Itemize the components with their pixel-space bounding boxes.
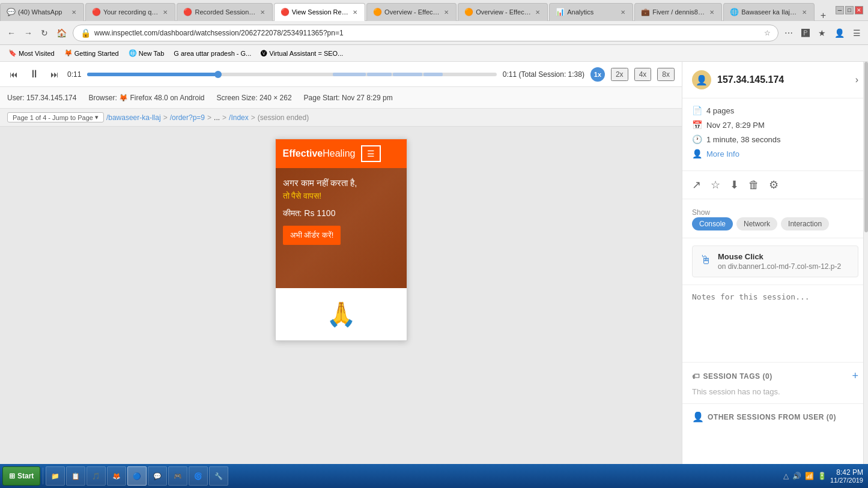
maximize-button[interactable]: □ — [845, 6, 854, 14]
calendar-icon: 📅 — [692, 120, 702, 130]
minimize-button[interactable]: ─ — [836, 6, 844, 14]
tab-analytics[interactable]: 📊 Analytics ✕ — [549, 3, 633, 21]
controls-bar: ⏮ ⏸ ⏭ 0:11 0:11 (Total Session: 1:38) 1x — [0, 62, 682, 87]
add-tag-button[interactable]: + — [852, 370, 858, 382]
breadcrumb-page-label: Page 1 of 4 - Jump to Page — [13, 114, 93, 121]
taskbar-app-3[interactable]: 🔧 — [209, 466, 228, 486]
forward-button[interactable]: → — [22, 26, 35, 40]
bookmark-icon-5: 🅥 — [261, 50, 267, 57]
bookmark-new-tab[interactable]: 🌐 New Tab — [125, 48, 168, 58]
menu-dots-button[interactable]: ⋯ — [782, 26, 795, 40]
tab-whatsapp[interactable]: 💬 (40) WhatsApp ✕ — [0, 3, 84, 21]
skip-back-button[interactable]: ⏮ — [7, 68, 20, 80]
tab-close-fiverr[interactable]: ✕ — [708, 8, 715, 17]
other-sessions-header[interactable]: 👤 OTHER SESSIONS FROM USER (0) — [692, 411, 858, 423]
breadcrumb-link-bawaseer[interactable]: /bawaseer-ka-llaj — [106, 113, 161, 122]
meta-pages: 📄 4 pages — [692, 106, 858, 115]
hero-text-line2: तो पैसे वापस! — [283, 191, 399, 201]
share-button[interactable]: ↗ — [692, 178, 701, 191]
home-button[interactable]: 🏠 — [54, 26, 69, 40]
speed-4x[interactable]: 4x — [634, 68, 652, 81]
tab-close-recorded-sessions[interactable]: ✕ — [259, 8, 266, 17]
tab-recorded-sessions[interactable]: 🔴 Recorded Sessions... ✕ — [177, 3, 272, 21]
taskbar-app-2[interactable]: 🌀 — [189, 466, 208, 486]
delete-button[interactable]: 🗑 — [748, 179, 759, 191]
pause-button[interactable]: ⏸ — [26, 67, 42, 82]
tab-close-overview-2[interactable]: ✕ — [534, 8, 541, 17]
taskbar-chrome[interactable]: 🔵 — [127, 466, 147, 486]
star-icon[interactable]: ☆ — [764, 29, 771, 37]
session-meta: 📄 4 pages 📅 Nov 27, 8:29 PM 🕐 1 minute, … — [682, 98, 868, 171]
tab-close-overview-1[interactable]: ✕ — [443, 8, 450, 17]
speed-current[interactable]: 1x — [590, 67, 605, 82]
tab-close-analytics[interactable]: ✕ — [619, 8, 627, 17]
screen-size-info: Screen Size: 240 × 262 — [217, 94, 292, 102]
breadcrumb-link-order[interactable]: /order?p=9 — [170, 113, 205, 122]
tab-interaction[interactable]: Interaction — [781, 217, 829, 230]
speed-8x[interactable]: 8x — [657, 68, 675, 81]
profile-button[interactable]: 👤 — [832, 26, 847, 40]
speed-2x[interactable]: 2x — [611, 68, 628, 81]
tab-label-fiverr: Fiverr / dennis81... — [652, 8, 705, 16]
clock[interactable]: 8:42 PM 11/27/2019 — [830, 468, 863, 484]
download-button[interactable]: ⬇ — [730, 178, 739, 191]
back-button[interactable]: ← — [5, 26, 18, 40]
new-tab-button[interactable]: + — [816, 10, 831, 21]
breadcrumb-link-index[interactable]: /Index — [229, 113, 249, 122]
tab-view-session[interactable]: 🔴 View Session Rec... ✕ — [274, 3, 365, 21]
tab-your-recording[interactable]: 🔴 Your recording qu... ✕ — [85, 3, 175, 21]
bookmark-getting-started[interactable]: 🦊 Getting Started — [61, 48, 123, 58]
hands-icon: 🙏 — [326, 300, 356, 328]
tab-close-bawaseer[interactable]: ✕ — [801, 8, 808, 17]
tab-bawaseer[interactable]: 🌐 Bawaseer ka Ilaj -... ✕ — [723, 3, 814, 21]
other-sessions-icon: 👤 — [692, 411, 704, 423]
tab-fiverr[interactable]: 💼 Fiverr / dennis81... ✕ — [634, 3, 722, 21]
bookmark-most-visited[interactable]: 🔖 Most Visited — [5, 48, 58, 58]
tab-close-whatsapp[interactable]: ✕ — [70, 8, 77, 17]
site-header: EffectiveHealing ☰ — [276, 139, 407, 168]
meta-datetime: 📅 Nov 27, 8:29 PM — [692, 120, 858, 130]
tab-overview-2[interactable]: 🟠 Overview - Effecti... ✕ — [458, 3, 548, 21]
taskbar-vlc[interactable]: 🎵 — [86, 466, 106, 486]
tab-favicon-overview-1: 🟠 — [373, 8, 381, 16]
sidebar-scrollbar-thumb[interactable] — [864, 62, 868, 232]
skip-forward-button[interactable]: ⏭ — [48, 68, 61, 80]
hamburger-menu-button[interactable]: ☰ — [851, 26, 863, 40]
close-button[interactable]: ✕ — [855, 6, 863, 14]
tags-header[interactable]: 🏷 SESSION TAGS (0) + — [692, 370, 858, 382]
taskbar-file-explorer[interactable]: 📁 — [46, 466, 65, 486]
url-bar[interactable]: 🔒 www.inspectlet.com/dashboard/watchsess… — [73, 25, 778, 41]
notes-textarea[interactable] — [692, 292, 858, 352]
hamburger-button[interactable]: ☰ — [361, 145, 381, 162]
settings-button[interactable]: ⚙ — [769, 178, 778, 191]
expand-button[interactable]: › — [855, 74, 858, 85]
more-info-link[interactable]: More Info — [706, 149, 739, 158]
tab-overview-1[interactable]: 🟠 Overview - Effecti... ✕ — [366, 3, 457, 21]
bookmark-virtual-assistant[interactable]: 🅥 Virtual Assistant = SEO... — [257, 49, 347, 58]
refresh-button[interactable]: ↻ — [38, 26, 50, 40]
event-description: on div.banner1.col-md-7.col-sm-12.p-2 — [718, 262, 841, 271]
taskbar-task-manager[interactable]: 📋 — [66, 466, 85, 486]
favorite-button[interactable]: ☆ — [711, 178, 720, 191]
bookmark-area[interactable]: G area uttar pradesh - G... — [170, 49, 255, 58]
tab-label-overview-1: Overview - Effecti... — [384, 8, 440, 16]
taskbar-app-1[interactable]: 🎮 — [168, 466, 187, 486]
tab-network[interactable]: Network — [736, 217, 777, 230]
tab-console[interactable]: Console — [692, 217, 733, 230]
bookmark-button[interactable]: ★ — [816, 26, 828, 40]
taskbar-skype[interactable]: 💬 — [148, 466, 167, 486]
tab-close-view-session[interactable]: ✕ — [351, 8, 359, 17]
tab-close-your-recording[interactable]: ✕ — [162, 8, 169, 17]
taskbar-firefox[interactable]: 🦊 — [107, 466, 126, 486]
hero-order-button[interactable]: अभी ऑर्डर करें! — [283, 226, 341, 245]
pocket-button[interactable]: 🅿 — [799, 26, 812, 40]
breadcrumb-page-selector[interactable]: Page 1 of 4 - Jump to Page ▾ — [7, 112, 104, 122]
ip-address: 157.34.145.174 — [717, 74, 849, 85]
logo-part1: Effective — [283, 148, 323, 158]
progress-track[interactable] — [87, 73, 497, 76]
bookmark-icon-3: 🌐 — [129, 49, 137, 57]
icon-section: 🙏 — [276, 288, 407, 340]
bookmarks-bar: 🔖 Most Visited 🦊 Getting Started 🌐 New T… — [0, 45, 868, 62]
progress-thumb[interactable] — [214, 71, 222, 78]
start-button[interactable]: ⊞ Start — [2, 466, 40, 486]
